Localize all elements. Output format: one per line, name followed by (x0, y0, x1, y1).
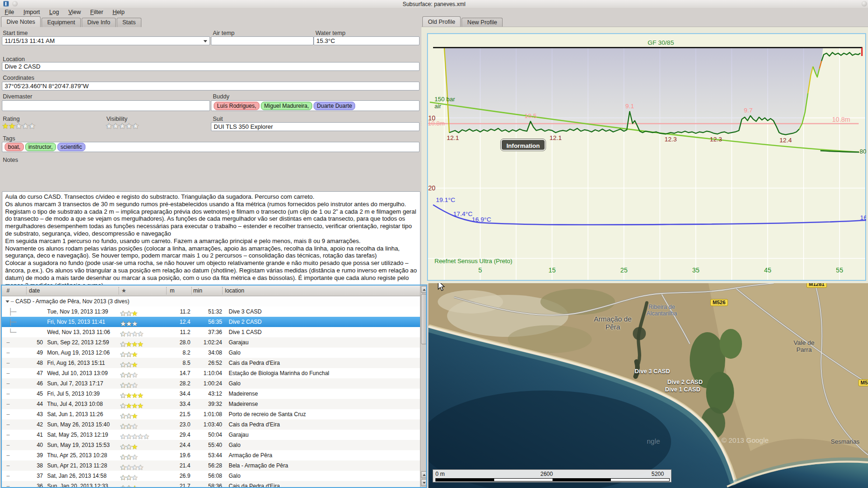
menu-log[interactable]: Log (45, 8, 64, 16)
tag-chip[interactable]: instructor, (25, 143, 56, 151)
place-label-sesmarias: Sesmarias (824, 438, 866, 445)
water-temp-label: Water temp (315, 30, 345, 36)
dive-location: Dive 2 CASD (229, 319, 262, 325)
dive-depth: 19.6 (156, 452, 190, 459)
menu-import[interactable]: Import (19, 8, 44, 16)
svg-text:12.1: 12.1 (447, 134, 459, 141)
dive-depth: 24.4 (156, 442, 190, 448)
tab-old-profile[interactable]: Old Profile (422, 16, 461, 27)
dive-row[interactable]: –43Sat, Jun 1, 2013 11:26★★★★★21.51:01:0… (2, 409, 426, 419)
dive-row[interactable]: –37Sat, Jan 26, 2013 14:58★★★★★26.956:08… (2, 471, 426, 481)
dive-row[interactable]: –41Sat, May 25, 2013 12:19★★★★★29.450:04… (2, 430, 426, 440)
dive-duration: 34:08 (188, 349, 222, 356)
svg-text:12.4: 12.4 (779, 137, 792, 144)
dive-depth: 14.7 (156, 370, 190, 376)
dive-date: Sun, May 26, 2013 15:40 (47, 421, 110, 428)
visibility-stars[interactable]: ★★★★★ (105, 122, 139, 130)
tree-branch: – (7, 473, 10, 479)
tag-chip[interactable]: scientific (57, 143, 85, 151)
menu-filter[interactable]: Filter (85, 8, 108, 16)
svg-text:45: 45 (764, 266, 771, 274)
tree-branch: – (7, 390, 10, 397)
dive-row[interactable]: ├─Tue, Nov 19, 2013 11:39★★★★★11.251:32D… (2, 307, 426, 317)
dive-row[interactable]: –48Fri, Aug 16, 2013 15:11★★★★★8.526:52C… (2, 358, 426, 368)
dive-location: Galo (229, 380, 240, 387)
dive-location: Armação de Pêra (229, 452, 272, 459)
dive-location: Cais da Pedra d'Eira (229, 483, 280, 488)
dive-depth: 21.4 (156, 462, 190, 469)
rating-stars[interactable]: ★★★★★ (2, 122, 35, 130)
dive-site-map[interactable]: Armação de Pêra Ribeira de Alcantarilha … (428, 283, 868, 488)
menu-file[interactable]: File (0, 8, 19, 16)
svg-text:55: 55 (836, 266, 843, 274)
menu-help[interactable]: Help (108, 8, 129, 16)
buddy-field[interactable]: Luís Rodrigues, Miguel Madureira, Duarte… (211, 100, 420, 111)
dive-row[interactable]: –36Sun, Jan 20, 2013 12:33★★★★★21.758:36… (2, 481, 426, 488)
dive-row[interactable]: –39Thu, Apr 25, 2013 10:28★★★★★19.653:44… (2, 450, 426, 460)
svg-text:12.1: 12.1 (550, 134, 562, 141)
suit-field[interactable]: DUI TLS 350 Explorer (211, 122, 420, 131)
tags-field[interactable]: boat, instructor, scientific (2, 142, 420, 152)
dive-list-header[interactable]: # date ★ m min location (2, 286, 426, 296)
svg-text:10: 10 (428, 114, 435, 122)
dive-duration: 56:28 (188, 462, 222, 469)
buddy-chip[interactable]: Miguel Madureira, (261, 102, 312, 110)
scrollbar-thumb[interactable] (421, 294, 427, 344)
location-field[interactable]: Dive 2 CASD (2, 62, 420, 71)
dive-row[interactable]: –38Sun, Apr 21, 2013 11:28★★★★★21.456:28… (2, 460, 426, 471)
coordinates-field[interactable]: 37°05'23.460"N 8°20'47.879"W (2, 82, 420, 91)
dive-notes-form: Start time 11/15/13 11:41 AM Air temp Wa… (0, 27, 421, 285)
dive-duration: 56:08 (188, 473, 222, 479)
dive-depth: 29.4 (156, 432, 190, 438)
tab-dive-notes[interactable]: Dive Notes (1, 16, 41, 27)
water-temp-field[interactable]: 15.3°C (314, 36, 420, 45)
col-date: date (29, 287, 40, 294)
avg-depth-label: 10.8m (832, 116, 850, 123)
buddy-chip[interactable]: Duarte Duarte (314, 102, 355, 110)
tree-branch: – (7, 483, 10, 488)
dive-duration: 37:36 (188, 329, 222, 335)
dive-depth: 21.5 (156, 411, 190, 418)
dive-row[interactable]: –46Sun, Jul 7, 2013 17:17★★★★★28.21:00:2… (2, 378, 426, 389)
trip-group-row[interactable]: – CASD - Armação de Pêra, Nov 2013 (3 di… (2, 296, 426, 307)
sensor-label: Reefnet Sensus Ultra (Preto) (434, 258, 512, 265)
tab-dive-info[interactable]: Dive Info (82, 18, 116, 27)
dive-row[interactable]: –47Wed, Jul 10, 2013 13:09★★★★★14.71:10:… (2, 368, 426, 378)
dive-row[interactable]: –45Fri, Jul 5, 2013 10:39★★★★★34.443:12M… (2, 389, 426, 399)
road-badge-m526: M526 (710, 299, 728, 306)
svg-text:16: 16 (860, 214, 866, 221)
dive-row[interactable]: ├─Fri, Nov 15, 2013 11:41★★★★★12.456:35D… (2, 317, 426, 327)
dive-row[interactable]: –50Sun, Sep 22, 2013 12:59★★★★★28.01:02:… (2, 337, 426, 348)
map-copyright: © 2013 Google (721, 436, 769, 444)
window-title: Subsurface: paneves.xml (0, 1, 868, 7)
tab-new-profile[interactable]: New Profile (462, 18, 503, 27)
dive-duration: 53:44 (188, 452, 222, 459)
dive-date: Sat, Jan 26, 2013 14:58 (47, 473, 106, 479)
menu-view[interactable]: View (63, 8, 85, 16)
svg-text:10.5: 10.5 (525, 112, 537, 119)
tree-branch: – (7, 452, 10, 459)
air-temp-field[interactable] (211, 36, 314, 45)
divemaster-field[interactable] (2, 100, 210, 111)
tab-equipment[interactable]: Equipment (42, 18, 81, 27)
dive-list-scrollbar[interactable] (420, 286, 427, 488)
dive-depth: 28.2 (156, 380, 190, 387)
dive-row[interactable]: –40Sun, May 19, 2013 15:53★★★★★24.455:40… (2, 440, 426, 450)
dive-duration: 58:36 (188, 483, 222, 488)
dive-depth: 34.4 (156, 390, 190, 397)
tag-chip[interactable]: boat, (5, 143, 24, 151)
dive-list-panel: # date ★ m min location – CASD - Armação… (1, 285, 427, 488)
tab-stats[interactable]: Stats (117, 18, 141, 27)
dive-row[interactable]: –42Sun, May 26, 2013 15:40★★★★★23.01:03:… (2, 419, 426, 430)
buddy-chip[interactable]: Luís Rodrigues, (214, 102, 259, 110)
start-time-combo[interactable]: 11/15/13 11:41 AM (2, 36, 210, 45)
location-label: Location (3, 56, 25, 63)
dive-row[interactable]: –49Mon, Aug 19, 2013 12:06★★★★★8.234:08G… (2, 348, 426, 358)
dive-date: Sat, Jun 1, 2013 11:26 (47, 411, 103, 418)
dive-row[interactable]: └─Wed, Nov 13, 2013 11:06★★★★★11.237:36D… (2, 327, 426, 337)
map-scale-bar: 0 m 2600 5200 (433, 469, 672, 482)
col-duration: min (193, 287, 202, 294)
dive-date: Thu, Apr 25, 2013 10:28 (47, 452, 107, 459)
information-button[interactable]: Information (501, 139, 546, 151)
dive-row[interactable]: –44Thu, Jul 4, 2013 10:08★★★★★33.439:32M… (2, 399, 426, 409)
